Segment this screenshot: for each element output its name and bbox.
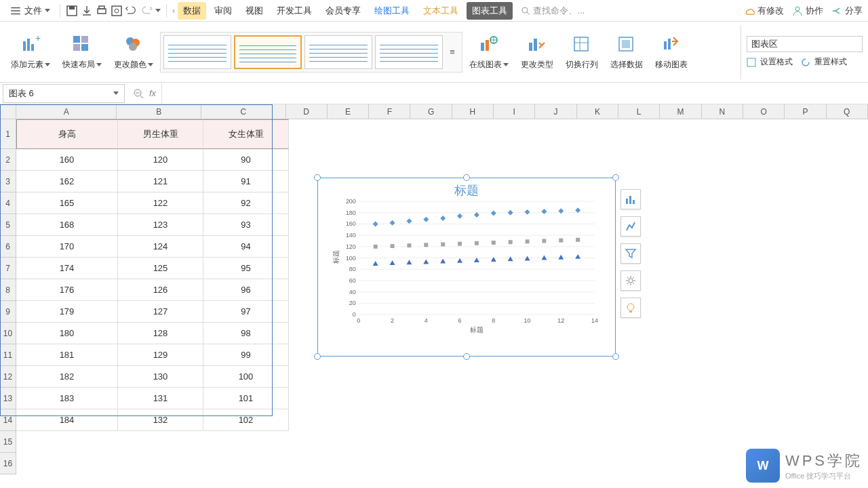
- col-header-I[interactable]: I: [494, 104, 535, 119]
- move-chart-button[interactable]: 移动图表: [650, 25, 693, 79]
- online-chart-button[interactable]: 在线图表: [464, 25, 514, 79]
- redo-icon[interactable]: [140, 5, 153, 17]
- cell[interactable]: 97: [203, 301, 289, 323]
- chart-idea-icon[interactable]: [620, 298, 641, 318]
- switch-rowcol-button[interactable]: 切换行列: [560, 25, 604, 79]
- tab-nav-prev-icon[interactable]: ‹: [172, 5, 175, 16]
- cell[interactable]: 124: [118, 236, 203, 258]
- row-header-11[interactable]: 11: [0, 344, 16, 366]
- spreadsheet-grid[interactable]: ABCDEFGHIJKLMNOPQ 1234567891011121314151…: [0, 104, 868, 488]
- col-header-J[interactable]: J: [535, 104, 576, 119]
- cell[interactable]: 162: [16, 171, 118, 192]
- select-all-corner[interactable]: [0, 104, 16, 119]
- cell[interactable]: 174: [16, 258, 118, 279]
- collab-button[interactable]: 协作: [792, 5, 823, 17]
- menu-button[interactable]: 文件: [5, 2, 54, 20]
- cell[interactable]: 131: [118, 388, 203, 409]
- row-header-15[interactable]: 15: [0, 431, 16, 453]
- cell[interactable]: 129: [118, 344, 203, 366]
- chart-style-1[interactable]: [163, 35, 231, 69]
- chart-element-select[interactable]: 图表区: [747, 36, 863, 52]
- col-header-D[interactable]: D: [286, 104, 328, 119]
- quick-layout-button[interactable]: 快速布局: [57, 25, 107, 79]
- reset-style-button[interactable]: 重置样式: [801, 56, 847, 68]
- row-header-13[interactable]: 13: [0, 388, 16, 409]
- cell[interactable]: 182: [16, 366, 118, 388]
- cell[interactable]: 181: [16, 344, 118, 366]
- command-search[interactable]: 查找命令、...: [521, 5, 585, 17]
- resize-handle-tm[interactable]: [463, 174, 470, 181]
- resize-handle-br[interactable]: [612, 353, 619, 360]
- cell[interactable]: 168: [16, 214, 118, 236]
- col-header-G[interactable]: G: [410, 104, 452, 119]
- resize-handle-bm[interactable]: [463, 353, 470, 360]
- chart-settings-icon[interactable]: [620, 270, 641, 291]
- modified-indicator[interactable]: 有修改: [744, 5, 784, 17]
- tab-vip[interactable]: 会员专享: [320, 2, 366, 20]
- row-header-7[interactable]: 7: [0, 258, 16, 279]
- select-data-button[interactable]: 选择数据: [605, 25, 648, 79]
- row-header-5[interactable]: 5: [0, 214, 16, 236]
- tab-drawtool[interactable]: 绘图工具: [369, 2, 415, 20]
- row-header-9[interactable]: 9: [0, 301, 16, 323]
- cell[interactable]: 120: [118, 149, 203, 171]
- cell[interactable]: 121: [118, 171, 203, 192]
- gallery-more-icon[interactable]: ≡: [446, 35, 459, 69]
- cell[interactable]: 126: [118, 279, 203, 301]
- save-icon[interactable]: [66, 5, 78, 17]
- name-box[interactable]: 图表 6: [3, 84, 125, 103]
- col-header-N[interactable]: N: [702, 104, 743, 119]
- tab-data[interactable]: 数据: [178, 2, 206, 20]
- change-type-button[interactable]: 更改类型: [515, 25, 559, 79]
- tab-texttool[interactable]: 文本工具: [418, 2, 464, 20]
- add-element-button[interactable]: + 添加元素: [5, 25, 56, 79]
- chart-style-icon[interactable]: [620, 216, 641, 237]
- cell[interactable]: 179: [16, 301, 118, 323]
- tab-devtools[interactable]: 开发工具: [271, 2, 317, 20]
- preview-icon[interactable]: [111, 5, 123, 17]
- row-header-6[interactable]: 6: [0, 236, 16, 258]
- row-header-8[interactable]: 8: [0, 279, 16, 301]
- cell[interactable]: 94: [203, 236, 289, 258]
- cell[interactable]: 95: [203, 258, 289, 279]
- cell[interactable]: 165: [16, 192, 118, 214]
- tab-view[interactable]: 视图: [240, 2, 269, 20]
- col-header-A[interactable]: A: [16, 104, 117, 119]
- cell[interactable]: 130: [118, 366, 203, 388]
- cell[interactable]: 184: [16, 409, 118, 431]
- row-header-3[interactable]: 3: [0, 171, 16, 192]
- fx-icon[interactable]: fx: [149, 88, 156, 98]
- undo-icon[interactable]: [125, 5, 138, 17]
- cell[interactable]: 96: [203, 279, 289, 301]
- col-header-Q[interactable]: Q: [827, 104, 868, 119]
- col-header-M[interactable]: M: [660, 104, 701, 119]
- resize-handle-bl[interactable]: [314, 353, 321, 360]
- cell[interactable]: 98: [203, 323, 289, 344]
- cell[interactable]: 132: [118, 409, 203, 431]
- cell[interactable]: 122: [118, 192, 203, 214]
- row-header-1[interactable]: 1: [0, 119, 16, 149]
- qat-dropdown-icon[interactable]: [155, 9, 161, 12]
- share-button[interactable]: 分享: [831, 5, 863, 17]
- cell[interactable]: 102: [203, 409, 289, 431]
- embedded-chart[interactable]: 标题 0204060801001201401601802000246810121…: [317, 178, 616, 357]
- cell[interactable]: 128: [118, 323, 203, 344]
- col-header-H[interactable]: H: [452, 104, 494, 119]
- row-header-10[interactable]: 10: [0, 323, 16, 344]
- cell[interactable]: 91: [203, 171, 289, 192]
- row-header-2[interactable]: 2: [0, 149, 16, 171]
- formula-input[interactable]: [161, 83, 868, 104]
- cell[interactable]: 男生体重: [118, 119, 203, 149]
- chart-plot-area[interactable]: 02040608010012014016018020002468101214标题…: [332, 199, 601, 333]
- cell[interactable]: 176: [16, 279, 118, 301]
- col-header-O[interactable]: O: [743, 104, 785, 119]
- cell[interactable]: 127: [118, 301, 203, 323]
- cell[interactable]: 99: [203, 344, 289, 366]
- tab-review[interactable]: 审阅: [209, 2, 237, 20]
- cell[interactable]: 92: [203, 192, 289, 214]
- col-header-C[interactable]: C: [201, 104, 286, 119]
- change-color-button[interactable]: 更改颜色: [108, 25, 159, 79]
- cell[interactable]: 123: [118, 214, 203, 236]
- cell[interactable]: 101: [203, 388, 289, 409]
- print-icon[interactable]: [96, 5, 108, 17]
